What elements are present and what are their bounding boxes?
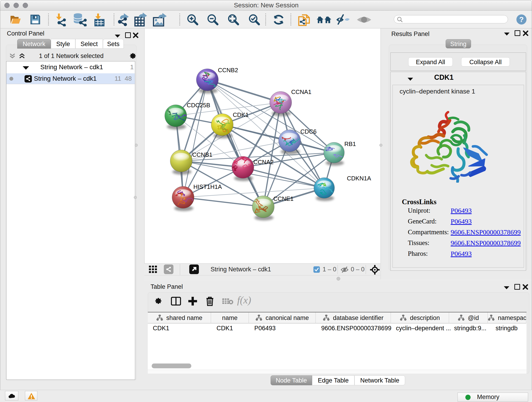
svg-text:CCNB1: CCNB1 (192, 151, 212, 158)
svg-text:CCNA1: CCNA1 (291, 89, 311, 95)
svg-text:CDKN1A: CDKN1A (347, 175, 371, 182)
svg-text:CDK1: CDK1 (233, 111, 249, 118)
svg-text:CDC6: CDC6 (300, 128, 317, 135)
svg-text:CDC25B: CDC25B (187, 102, 210, 109)
svg-text:CCNA2: CCNA2 (253, 159, 273, 166)
svg-text:HIST1H1A: HIST1H1A (193, 183, 222, 190)
svg-text:RB1: RB1 (344, 140, 356, 147)
svg-text:CCNB2: CCNB2 (218, 67, 238, 74)
svg-text:CCNE1: CCNE1 (273, 195, 293, 202)
